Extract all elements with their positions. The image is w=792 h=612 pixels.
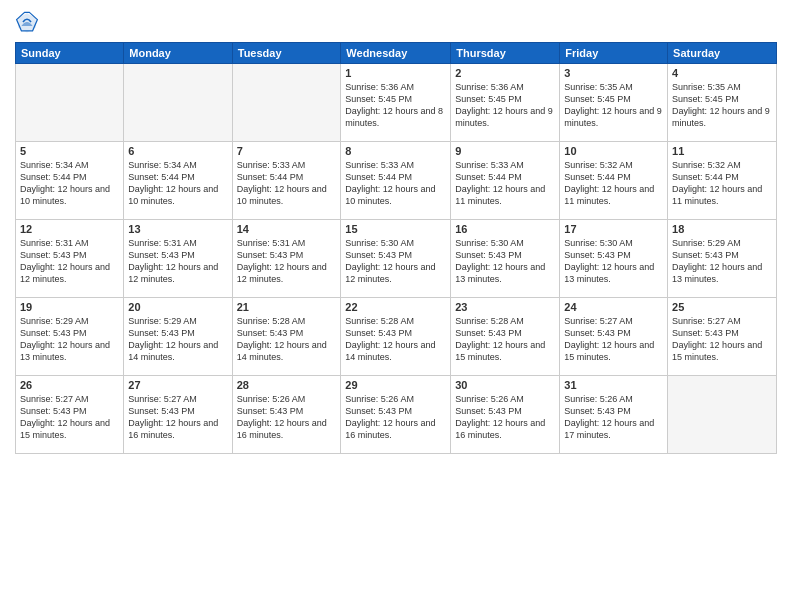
day-info: Sunrise: 5:26 AM Sunset: 5:43 PM Dayligh…	[345, 393, 446, 442]
day-number: 15	[345, 223, 446, 235]
day-cell: 30Sunrise: 5:26 AM Sunset: 5:43 PM Dayli…	[451, 376, 560, 454]
header	[15, 10, 777, 34]
day-number: 6	[128, 145, 227, 157]
day-number: 26	[20, 379, 119, 391]
logo-icon	[15, 10, 39, 34]
day-info: Sunrise: 5:28 AM Sunset: 5:43 PM Dayligh…	[455, 315, 555, 364]
day-info: Sunrise: 5:35 AM Sunset: 5:45 PM Dayligh…	[564, 81, 663, 130]
day-cell: 13Sunrise: 5:31 AM Sunset: 5:43 PM Dayli…	[124, 220, 232, 298]
day-cell: 23Sunrise: 5:28 AM Sunset: 5:43 PM Dayli…	[451, 298, 560, 376]
day-number: 4	[672, 67, 772, 79]
day-cell: 18Sunrise: 5:29 AM Sunset: 5:43 PM Dayli…	[668, 220, 777, 298]
day-cell	[124, 64, 232, 142]
weekday-monday: Monday	[124, 43, 232, 64]
day-number: 20	[128, 301, 227, 313]
day-number: 5	[20, 145, 119, 157]
day-cell	[232, 64, 341, 142]
week-row-0: 1Sunrise: 5:36 AM Sunset: 5:45 PM Daylig…	[16, 64, 777, 142]
week-row-2: 12Sunrise: 5:31 AM Sunset: 5:43 PM Dayli…	[16, 220, 777, 298]
day-cell: 7Sunrise: 5:33 AM Sunset: 5:44 PM Daylig…	[232, 142, 341, 220]
day-number: 18	[672, 223, 772, 235]
day-info: Sunrise: 5:33 AM Sunset: 5:44 PM Dayligh…	[455, 159, 555, 208]
day-cell: 1Sunrise: 5:36 AM Sunset: 5:45 PM Daylig…	[341, 64, 451, 142]
day-number: 21	[237, 301, 337, 313]
weekday-saturday: Saturday	[668, 43, 777, 64]
weekday-thursday: Thursday	[451, 43, 560, 64]
day-cell: 10Sunrise: 5:32 AM Sunset: 5:44 PM Dayli…	[560, 142, 668, 220]
day-info: Sunrise: 5:36 AM Sunset: 5:45 PM Dayligh…	[345, 81, 446, 130]
day-number: 1	[345, 67, 446, 79]
day-number: 25	[672, 301, 772, 313]
day-number: 3	[564, 67, 663, 79]
day-info: Sunrise: 5:31 AM Sunset: 5:43 PM Dayligh…	[237, 237, 337, 286]
day-number: 28	[237, 379, 337, 391]
day-number: 13	[128, 223, 227, 235]
day-info: Sunrise: 5:27 AM Sunset: 5:43 PM Dayligh…	[128, 393, 227, 442]
day-number: 2	[455, 67, 555, 79]
day-info: Sunrise: 5:26 AM Sunset: 5:43 PM Dayligh…	[564, 393, 663, 442]
day-info: Sunrise: 5:36 AM Sunset: 5:45 PM Dayligh…	[455, 81, 555, 130]
day-cell: 17Sunrise: 5:30 AM Sunset: 5:43 PM Dayli…	[560, 220, 668, 298]
day-info: Sunrise: 5:28 AM Sunset: 5:43 PM Dayligh…	[237, 315, 337, 364]
day-cell: 15Sunrise: 5:30 AM Sunset: 5:43 PM Dayli…	[341, 220, 451, 298]
day-cell: 3Sunrise: 5:35 AM Sunset: 5:45 PM Daylig…	[560, 64, 668, 142]
day-cell: 20Sunrise: 5:29 AM Sunset: 5:43 PM Dayli…	[124, 298, 232, 376]
day-info: Sunrise: 5:28 AM Sunset: 5:43 PM Dayligh…	[345, 315, 446, 364]
day-info: Sunrise: 5:30 AM Sunset: 5:43 PM Dayligh…	[564, 237, 663, 286]
weekday-friday: Friday	[560, 43, 668, 64]
calendar: SundayMondayTuesdayWednesdayThursdayFrid…	[15, 42, 777, 454]
day-cell: 11Sunrise: 5:32 AM Sunset: 5:44 PM Dayli…	[668, 142, 777, 220]
day-cell: 27Sunrise: 5:27 AM Sunset: 5:43 PM Dayli…	[124, 376, 232, 454]
day-cell	[668, 376, 777, 454]
day-cell: 25Sunrise: 5:27 AM Sunset: 5:43 PM Dayli…	[668, 298, 777, 376]
day-cell: 8Sunrise: 5:33 AM Sunset: 5:44 PM Daylig…	[341, 142, 451, 220]
day-info: Sunrise: 5:29 AM Sunset: 5:43 PM Dayligh…	[128, 315, 227, 364]
day-info: Sunrise: 5:26 AM Sunset: 5:43 PM Dayligh…	[237, 393, 337, 442]
day-number: 27	[128, 379, 227, 391]
day-number: 11	[672, 145, 772, 157]
page: SundayMondayTuesdayWednesdayThursdayFrid…	[0, 0, 792, 612]
day-info: Sunrise: 5:26 AM Sunset: 5:43 PM Dayligh…	[455, 393, 555, 442]
day-cell: 12Sunrise: 5:31 AM Sunset: 5:43 PM Dayli…	[16, 220, 124, 298]
day-cell: 9Sunrise: 5:33 AM Sunset: 5:44 PM Daylig…	[451, 142, 560, 220]
day-info: Sunrise: 5:34 AM Sunset: 5:44 PM Dayligh…	[128, 159, 227, 208]
day-cell: 24Sunrise: 5:27 AM Sunset: 5:43 PM Dayli…	[560, 298, 668, 376]
day-cell: 21Sunrise: 5:28 AM Sunset: 5:43 PM Dayli…	[232, 298, 341, 376]
day-cell	[16, 64, 124, 142]
day-number: 22	[345, 301, 446, 313]
day-cell: 14Sunrise: 5:31 AM Sunset: 5:43 PM Dayli…	[232, 220, 341, 298]
day-number: 29	[345, 379, 446, 391]
day-number: 30	[455, 379, 555, 391]
day-cell: 29Sunrise: 5:26 AM Sunset: 5:43 PM Dayli…	[341, 376, 451, 454]
day-number: 31	[564, 379, 663, 391]
day-number: 8	[345, 145, 446, 157]
day-cell: 22Sunrise: 5:28 AM Sunset: 5:43 PM Dayli…	[341, 298, 451, 376]
day-cell: 5Sunrise: 5:34 AM Sunset: 5:44 PM Daylig…	[16, 142, 124, 220]
day-cell: 31Sunrise: 5:26 AM Sunset: 5:43 PM Dayli…	[560, 376, 668, 454]
day-info: Sunrise: 5:30 AM Sunset: 5:43 PM Dayligh…	[345, 237, 446, 286]
day-info: Sunrise: 5:30 AM Sunset: 5:43 PM Dayligh…	[455, 237, 555, 286]
day-info: Sunrise: 5:31 AM Sunset: 5:43 PM Dayligh…	[128, 237, 227, 286]
day-info: Sunrise: 5:33 AM Sunset: 5:44 PM Dayligh…	[237, 159, 337, 208]
day-info: Sunrise: 5:27 AM Sunset: 5:43 PM Dayligh…	[672, 315, 772, 364]
day-cell: 26Sunrise: 5:27 AM Sunset: 5:43 PM Dayli…	[16, 376, 124, 454]
logo	[15, 10, 43, 34]
weekday-tuesday: Tuesday	[232, 43, 341, 64]
day-number: 10	[564, 145, 663, 157]
day-info: Sunrise: 5:27 AM Sunset: 5:43 PM Dayligh…	[564, 315, 663, 364]
day-info: Sunrise: 5:33 AM Sunset: 5:44 PM Dayligh…	[345, 159, 446, 208]
day-number: 23	[455, 301, 555, 313]
weekday-header-row: SundayMondayTuesdayWednesdayThursdayFrid…	[16, 43, 777, 64]
day-number: 16	[455, 223, 555, 235]
day-info: Sunrise: 5:29 AM Sunset: 5:43 PM Dayligh…	[672, 237, 772, 286]
week-row-4: 26Sunrise: 5:27 AM Sunset: 5:43 PM Dayli…	[16, 376, 777, 454]
day-info: Sunrise: 5:32 AM Sunset: 5:44 PM Dayligh…	[564, 159, 663, 208]
day-info: Sunrise: 5:35 AM Sunset: 5:45 PM Dayligh…	[672, 81, 772, 130]
day-info: Sunrise: 5:27 AM Sunset: 5:43 PM Dayligh…	[20, 393, 119, 442]
day-number: 7	[237, 145, 337, 157]
day-cell: 6Sunrise: 5:34 AM Sunset: 5:44 PM Daylig…	[124, 142, 232, 220]
day-number: 12	[20, 223, 119, 235]
day-cell: 2Sunrise: 5:36 AM Sunset: 5:45 PM Daylig…	[451, 64, 560, 142]
week-row-3: 19Sunrise: 5:29 AM Sunset: 5:43 PM Dayli…	[16, 298, 777, 376]
day-number: 24	[564, 301, 663, 313]
